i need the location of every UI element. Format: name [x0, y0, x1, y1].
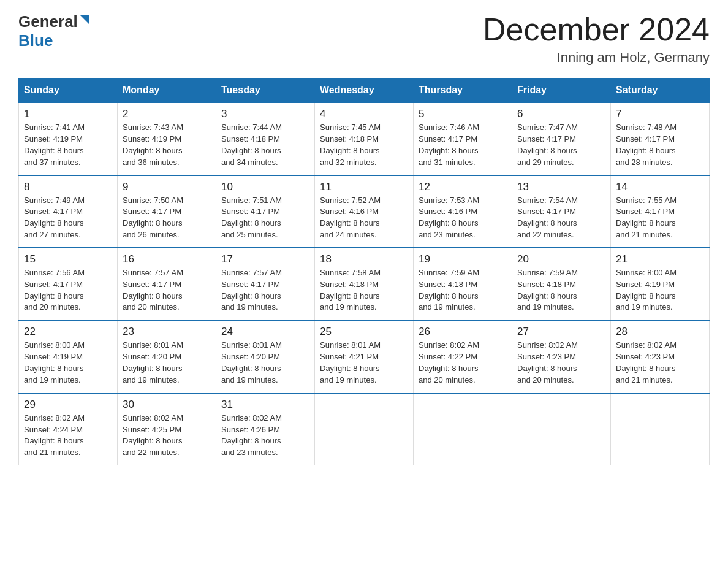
page-header: General Blue December 2024 Inning am Hol… — [18, 12, 710, 66]
col-saturday: Saturday — [611, 79, 710, 103]
day-info: Sunrise: 8:02 AMSunset: 4:26 PMDaylight:… — [221, 413, 309, 459]
calendar-cell: 4Sunrise: 7:45 AMSunset: 4:18 PMDaylight… — [315, 102, 414, 175]
day-info: Sunrise: 7:49 AMSunset: 4:17 PMDaylight:… — [24, 195, 112, 241]
calendar-cell: 27Sunrise: 8:02 AMSunset: 4:23 PMDayligh… — [512, 320, 611, 393]
calendar-cell: 15Sunrise: 7:56 AMSunset: 4:17 PMDayligh… — [19, 248, 118, 320]
day-info: Sunrise: 7:52 AMSunset: 4:16 PMDaylight:… — [320, 195, 408, 241]
day-number: 9 — [123, 181, 211, 193]
day-number: 12 — [419, 181, 507, 193]
svg-marker-0 — [80, 15, 89, 24]
calendar-cell: 20Sunrise: 7:59 AMSunset: 4:18 PMDayligh… — [512, 248, 611, 320]
title-section: December 2024 Inning am Holz, Germany — [483, 12, 710, 66]
day-number: 23 — [123, 326, 211, 338]
calendar-cell: 11Sunrise: 7:52 AMSunset: 4:16 PMDayligh… — [315, 175, 414, 248]
calendar-cell: 14Sunrise: 7:55 AMSunset: 4:17 PMDayligh… — [611, 175, 710, 248]
day-number: 26 — [419, 326, 507, 338]
day-info: Sunrise: 7:59 AMSunset: 4:18 PMDaylight:… — [517, 267, 605, 313]
day-number: 6 — [517, 108, 605, 120]
day-info: Sunrise: 7:51 AMSunset: 4:17 PMDaylight:… — [221, 195, 309, 241]
day-info: Sunrise: 7:53 AMSunset: 4:16 PMDaylight:… — [419, 195, 507, 241]
calendar-cell: 1Sunrise: 7:41 AMSunset: 4:19 PMDaylight… — [19, 102, 118, 175]
day-info: Sunrise: 8:02 AMSunset: 4:25 PMDaylight:… — [123, 413, 211, 459]
calendar-cell: 9Sunrise: 7:50 AMSunset: 4:17 PMDaylight… — [118, 175, 216, 248]
day-info: Sunrise: 8:02 AMSunset: 4:23 PMDaylight:… — [616, 340, 704, 386]
day-number: 25 — [320, 326, 408, 338]
calendar-cell: 8Sunrise: 7:49 AMSunset: 4:17 PMDaylight… — [19, 175, 118, 248]
calendar-week-row: 1Sunrise: 7:41 AMSunset: 4:19 PMDaylight… — [19, 102, 710, 175]
calendar-week-row: 22Sunrise: 8:00 AMSunset: 4:19 PMDayligh… — [19, 320, 710, 393]
calendar-cell: 30Sunrise: 8:02 AMSunset: 4:25 PMDayligh… — [118, 393, 216, 465]
day-info: Sunrise: 8:01 AMSunset: 4:21 PMDaylight:… — [320, 340, 408, 386]
day-info: Sunrise: 7:54 AMSunset: 4:17 PMDaylight:… — [517, 195, 605, 241]
day-number: 5 — [419, 108, 507, 120]
col-thursday: Thursday — [414, 79, 512, 103]
day-number: 19 — [419, 253, 507, 266]
calendar-cell: 18Sunrise: 7:58 AMSunset: 4:18 PMDayligh… — [315, 248, 414, 320]
day-info: Sunrise: 8:02 AMSunset: 4:23 PMDaylight:… — [517, 340, 605, 386]
logo-arrow-icon — [78, 13, 91, 26]
calendar-week-row: 29Sunrise: 8:02 AMSunset: 4:24 PMDayligh… — [19, 393, 710, 465]
logo-general-text: General — [18, 12, 78, 31]
day-number: 15 — [24, 253, 112, 266]
day-number: 1 — [24, 108, 112, 120]
day-number: 21 — [616, 253, 704, 266]
calendar-week-row: 15Sunrise: 7:56 AMSunset: 4:17 PMDayligh… — [19, 248, 710, 320]
calendar-cell: 2Sunrise: 7:43 AMSunset: 4:19 PMDaylight… — [118, 102, 216, 175]
day-info: Sunrise: 7:47 AMSunset: 4:17 PMDaylight:… — [517, 122, 605, 168]
day-number: 16 — [123, 253, 211, 266]
calendar-cell — [315, 393, 414, 465]
calendar-cell: 19Sunrise: 7:59 AMSunset: 4:18 PMDayligh… — [414, 248, 512, 320]
calendar-cell — [611, 393, 710, 465]
calendar-cell: 3Sunrise: 7:44 AMSunset: 4:18 PMDaylight… — [216, 102, 315, 175]
day-number: 18 — [320, 253, 408, 266]
day-info: Sunrise: 8:02 AMSunset: 4:22 PMDaylight:… — [419, 340, 507, 386]
calendar-cell: 6Sunrise: 7:47 AMSunset: 4:17 PMDaylight… — [512, 102, 611, 175]
day-info: Sunrise: 8:01 AMSunset: 4:20 PMDaylight:… — [123, 340, 211, 386]
day-info: Sunrise: 7:50 AMSunset: 4:17 PMDaylight:… — [123, 195, 211, 241]
calendar-cell: 28Sunrise: 8:02 AMSunset: 4:23 PMDayligh… — [611, 320, 710, 393]
calendar-cell: 12Sunrise: 7:53 AMSunset: 4:16 PMDayligh… — [414, 175, 512, 248]
calendar-cell: 7Sunrise: 7:48 AMSunset: 4:17 PMDaylight… — [611, 102, 710, 175]
day-info: Sunrise: 8:01 AMSunset: 4:20 PMDaylight:… — [221, 340, 309, 386]
col-friday: Friday — [512, 79, 611, 103]
day-number: 24 — [221, 326, 309, 338]
calendar-cell: 31Sunrise: 8:02 AMSunset: 4:26 PMDayligh… — [216, 393, 315, 465]
col-sunday: Sunday — [19, 79, 118, 103]
day-info: Sunrise: 7:59 AMSunset: 4:18 PMDaylight:… — [419, 267, 507, 313]
col-wednesday: Wednesday — [315, 79, 414, 103]
calendar-header-row: Sunday Monday Tuesday Wednesday Thursday… — [19, 79, 710, 103]
day-info: Sunrise: 7:43 AMSunset: 4:19 PMDaylight:… — [123, 122, 211, 168]
day-info: Sunrise: 7:46 AMSunset: 4:17 PMDaylight:… — [419, 122, 507, 168]
calendar-week-row: 8Sunrise: 7:49 AMSunset: 4:17 PMDaylight… — [19, 175, 710, 248]
day-number: 2 — [123, 108, 211, 120]
day-info: Sunrise: 8:02 AMSunset: 4:24 PMDaylight:… — [24, 413, 112, 459]
day-number: 22 — [24, 326, 112, 338]
calendar-cell: 26Sunrise: 8:02 AMSunset: 4:22 PMDayligh… — [414, 320, 512, 393]
day-info: Sunrise: 7:48 AMSunset: 4:17 PMDaylight:… — [616, 122, 704, 168]
calendar-cell: 5Sunrise: 7:46 AMSunset: 4:17 PMDaylight… — [414, 102, 512, 175]
day-number: 13 — [517, 181, 605, 193]
logo-blue-text: Blue — [18, 31, 53, 50]
calendar-cell: 13Sunrise: 7:54 AMSunset: 4:17 PMDayligh… — [512, 175, 611, 248]
day-info: Sunrise: 7:41 AMSunset: 4:19 PMDaylight:… — [24, 122, 112, 168]
day-number: 31 — [221, 399, 309, 411]
calendar-cell: 17Sunrise: 7:57 AMSunset: 4:17 PMDayligh… — [216, 248, 315, 320]
calendar-cell: 29Sunrise: 8:02 AMSunset: 4:24 PMDayligh… — [19, 393, 118, 465]
day-info: Sunrise: 8:00 AMSunset: 4:19 PMDaylight:… — [616, 267, 704, 313]
calendar-cell: 16Sunrise: 7:57 AMSunset: 4:17 PMDayligh… — [118, 248, 216, 320]
day-number: 27 — [517, 326, 605, 338]
calendar-cell: 22Sunrise: 8:00 AMSunset: 4:19 PMDayligh… — [19, 320, 118, 393]
day-info: Sunrise: 7:57 AMSunset: 4:17 PMDaylight:… — [123, 267, 211, 313]
day-number: 7 — [616, 108, 704, 120]
month-title: December 2024 — [483, 12, 710, 47]
calendar-cell: 10Sunrise: 7:51 AMSunset: 4:17 PMDayligh… — [216, 175, 315, 248]
day-info: Sunrise: 7:45 AMSunset: 4:18 PMDaylight:… — [320, 122, 408, 168]
calendar-cell: 23Sunrise: 8:01 AMSunset: 4:20 PMDayligh… — [118, 320, 216, 393]
calendar-cell: 24Sunrise: 8:01 AMSunset: 4:20 PMDayligh… — [216, 320, 315, 393]
day-number: 10 — [221, 181, 309, 193]
col-monday: Monday — [118, 79, 216, 103]
logo: General Blue — [18, 12, 91, 50]
day-number: 11 — [320, 181, 408, 193]
day-number: 3 — [221, 108, 309, 120]
day-info: Sunrise: 7:56 AMSunset: 4:17 PMDaylight:… — [24, 267, 112, 313]
